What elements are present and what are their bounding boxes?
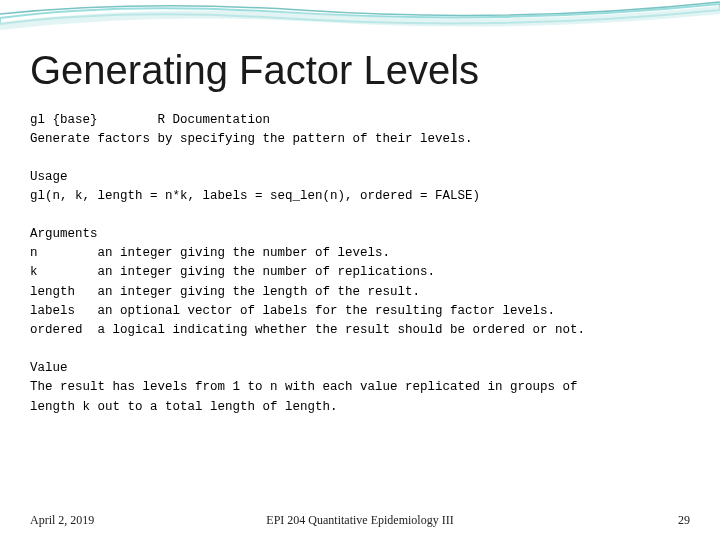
- footer-course: EPI 204 Quantitative Epidemiology III: [0, 513, 720, 528]
- slide-footer: EPI 204 Quantitative Epidemiology III Ap…: [0, 513, 720, 528]
- arguments-block: Arguments n an integer giving the number…: [30, 225, 690, 341]
- slide-title: Generating Factor Levels: [30, 48, 690, 93]
- doc-header-block: gl {base} R Documentation Generate facto…: [30, 111, 690, 150]
- value-block: Value The result has levels from 1 to n …: [30, 359, 690, 417]
- usage-block: Usage gl(n, k, length = n*k, labels = se…: [30, 168, 690, 207]
